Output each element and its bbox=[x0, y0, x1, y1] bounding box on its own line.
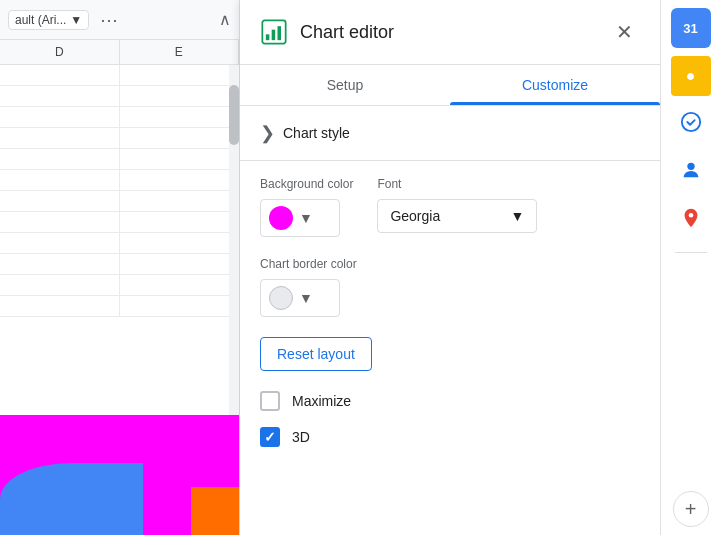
table-row bbox=[0, 191, 239, 212]
maps-icon bbox=[680, 207, 702, 234]
border-dropdown-arrow: ▼ bbox=[299, 290, 313, 306]
cell-e9[interactable] bbox=[120, 233, 240, 253]
editor-header: Chart editor ✕ bbox=[240, 0, 660, 65]
svg-point-5 bbox=[687, 162, 694, 169]
sidebar-divider bbox=[675, 252, 707, 253]
scrollbar-track[interactable] bbox=[229, 65, 239, 415]
table-row bbox=[0, 254, 239, 275]
tabs-container: Setup Customize bbox=[240, 65, 660, 106]
chart-editor-panel: Chart editor ✕ Setup Customize ❯ Chart s… bbox=[240, 0, 660, 535]
font-dropdown-chevron: ▼ bbox=[511, 208, 525, 224]
chart-style-content: Background color ▼ Font Georgia ▼ bbox=[240, 161, 660, 479]
font-value: Georgia bbox=[390, 208, 440, 224]
cell-d5[interactable] bbox=[0, 149, 120, 169]
sheet-grid: D E bbox=[0, 40, 239, 415]
cell-e6[interactable] bbox=[120, 170, 240, 190]
sidebar-item-keep[interactable]: ● bbox=[671, 56, 711, 96]
cell-e10[interactable] bbox=[120, 254, 240, 274]
cell-e2[interactable] bbox=[120, 86, 240, 106]
editor-body: ❯ Chart style Background color ▼ Font Ge… bbox=[240, 106, 660, 535]
chart-preview bbox=[0, 415, 239, 535]
chart-blue-segment bbox=[0, 463, 143, 535]
tab-setup[interactable]: Setup bbox=[240, 65, 450, 105]
table-row bbox=[0, 170, 239, 191]
chart-border-color-picker[interactable]: ▼ bbox=[260, 279, 340, 317]
maximize-row: Maximize bbox=[260, 391, 640, 411]
chart-editor-icon bbox=[260, 18, 288, 46]
background-color-swatch bbox=[269, 206, 293, 230]
grid-rows bbox=[0, 65, 239, 415]
background-color-picker[interactable]: ▼ bbox=[260, 199, 340, 237]
bg-color-font-row: Background color ▼ Font Georgia ▼ bbox=[260, 177, 640, 237]
cell-e11[interactable] bbox=[120, 275, 240, 295]
reset-layout-button[interactable]: Reset layout bbox=[260, 337, 372, 371]
cell-e4[interactable] bbox=[120, 128, 240, 148]
cell-d11[interactable] bbox=[0, 275, 120, 295]
table-row bbox=[0, 128, 239, 149]
cell-d10[interactable] bbox=[0, 254, 120, 274]
chart-style-section-header[interactable]: ❯ Chart style bbox=[240, 106, 660, 161]
cell-e8[interactable] bbox=[120, 212, 240, 232]
sidebar-item-maps[interactable] bbox=[671, 200, 711, 240]
chevron-down-icon: ❯ bbox=[260, 122, 275, 144]
toolbar-row: ault (Ari... ▼ ⋯ ∧ bbox=[0, 0, 239, 40]
cell-d8[interactable] bbox=[0, 212, 120, 232]
cell-e12[interactable] bbox=[120, 296, 240, 316]
svg-rect-2 bbox=[272, 30, 276, 40]
collapse-button[interactable]: ∧ bbox=[219, 10, 231, 29]
more-options-button[interactable]: ⋯ bbox=[97, 8, 121, 32]
chart-border-color-label: Chart border color bbox=[260, 257, 357, 271]
three-d-row: ✓ 3D bbox=[260, 427, 640, 447]
background-color-field: Background color ▼ bbox=[260, 177, 353, 237]
table-row bbox=[0, 86, 239, 107]
font-selector[interactable]: ault (Ari... ▼ bbox=[8, 10, 89, 30]
sidebar-item-tasks[interactable] bbox=[671, 104, 711, 144]
editor-title: Chart editor bbox=[300, 22, 596, 43]
table-row bbox=[0, 149, 239, 170]
font-dropdown[interactable]: Georgia ▼ bbox=[377, 199, 537, 233]
add-addon-button[interactable]: + bbox=[673, 491, 709, 527]
svg-point-4 bbox=[681, 112, 699, 130]
tasks-icon bbox=[680, 111, 702, 138]
cell-d6[interactable] bbox=[0, 170, 120, 190]
table-row bbox=[0, 212, 239, 233]
cell-d1[interactable] bbox=[0, 65, 120, 85]
sidebar-item-contacts[interactable] bbox=[671, 152, 711, 192]
cell-e7[interactable] bbox=[120, 191, 240, 211]
cell-d3[interactable] bbox=[0, 107, 120, 127]
three-d-checkbox[interactable]: ✓ bbox=[260, 427, 280, 447]
table-row bbox=[0, 275, 239, 296]
svg-rect-3 bbox=[278, 26, 282, 40]
maximize-checkbox[interactable] bbox=[260, 391, 280, 411]
calendar-icon: 31 bbox=[683, 21, 697, 36]
column-headers: D E bbox=[0, 40, 239, 65]
cell-e1[interactable] bbox=[120, 65, 240, 85]
cell-d7[interactable] bbox=[0, 191, 120, 211]
col-header-e: E bbox=[120, 40, 240, 64]
scrollbar-thumb[interactable] bbox=[229, 85, 239, 145]
keep-icon: ● bbox=[686, 67, 696, 85]
background-color-label: Background color bbox=[260, 177, 353, 191]
chart-orange-segment bbox=[191, 487, 239, 535]
checkmark-icon: ✓ bbox=[264, 429, 276, 445]
cell-e5[interactable] bbox=[120, 149, 240, 169]
cell-d9[interactable] bbox=[0, 233, 120, 253]
chart-style-title: Chart style bbox=[283, 125, 350, 141]
border-color-row: Chart border color ▼ bbox=[260, 257, 640, 317]
font-field: Font Georgia ▼ bbox=[377, 177, 537, 233]
cell-d12[interactable] bbox=[0, 296, 120, 316]
font-dropdown-arrow: ▼ bbox=[70, 13, 82, 27]
cell-e3[interactable] bbox=[120, 107, 240, 127]
chart-border-color-field: Chart border color ▼ bbox=[260, 257, 357, 317]
tab-customize[interactable]: Customize bbox=[450, 65, 660, 105]
cell-d2[interactable] bbox=[0, 86, 120, 106]
sidebar-item-calendar[interactable]: 31 bbox=[671, 8, 711, 48]
right-sidebar: 31 ● + bbox=[660, 0, 720, 535]
close-button[interactable]: ✕ bbox=[608, 16, 640, 48]
table-row bbox=[0, 296, 239, 317]
svg-rect-1 bbox=[266, 34, 270, 40]
maximize-label: Maximize bbox=[292, 393, 351, 409]
color-dropdown-arrow: ▼ bbox=[299, 210, 313, 226]
cell-d4[interactable] bbox=[0, 128, 120, 148]
table-row bbox=[0, 65, 239, 86]
